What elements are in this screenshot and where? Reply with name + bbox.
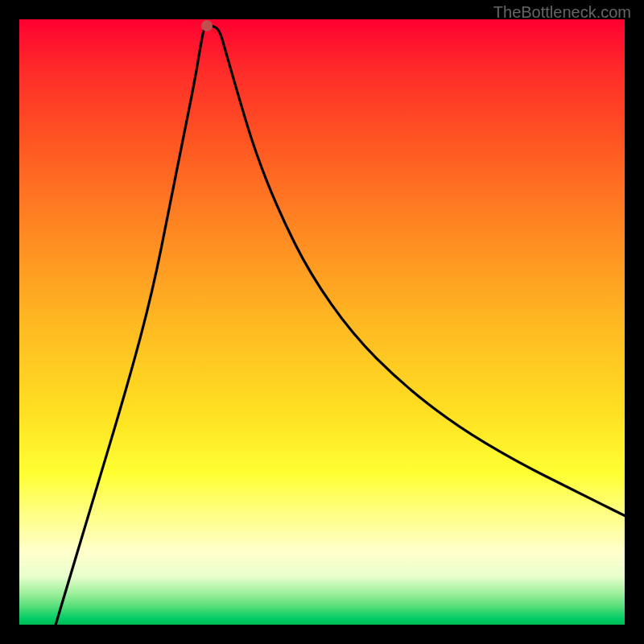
minimum-marker xyxy=(201,20,213,31)
curve-svg xyxy=(19,19,625,625)
watermark-text: TheBottleneck.com xyxy=(493,3,631,22)
plot-area xyxy=(19,19,625,625)
bottleneck-curve-path xyxy=(56,26,625,625)
